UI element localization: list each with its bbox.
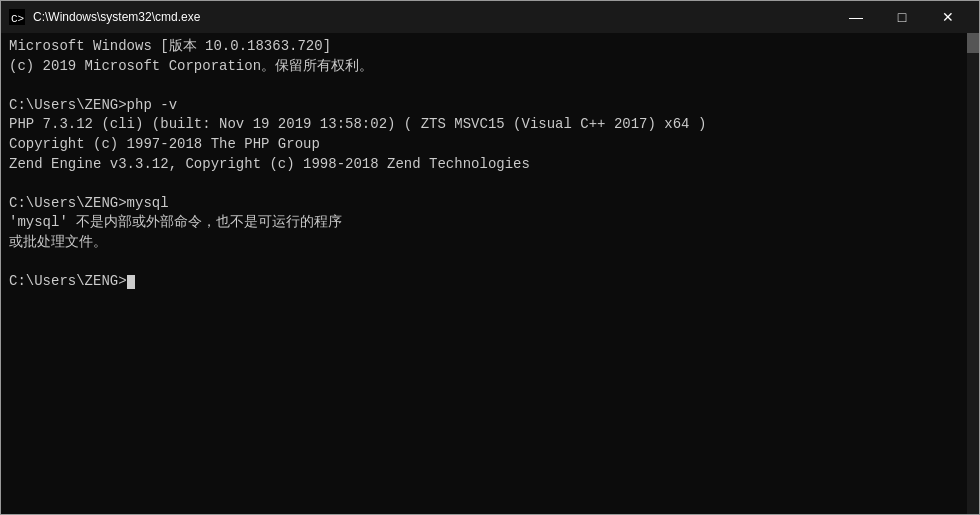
- scrollbar[interactable]: [967, 33, 979, 514]
- svg-text:C>: C>: [11, 13, 24, 25]
- close-button[interactable]: ✕: [925, 1, 971, 33]
- cmd-icon: C>: [9, 9, 25, 25]
- window-title: C:\Windows\system32\cmd.exe: [33, 10, 833, 24]
- maximize-button[interactable]: □: [879, 1, 925, 33]
- minimize-button[interactable]: —: [833, 1, 879, 33]
- scrollbar-thumb[interactable]: [967, 33, 979, 53]
- terminal-body[interactable]: Microsoft Windows [版本 10.0.18363.720] (c…: [1, 33, 979, 514]
- window-controls: — □ ✕: [833, 1, 971, 33]
- cursor: [127, 275, 135, 289]
- terminal-output: Microsoft Windows [版本 10.0.18363.720] (c…: [9, 37, 971, 292]
- cmd-window: C> C:\Windows\system32\cmd.exe — □ ✕ Mic…: [0, 0, 980, 515]
- title-bar: C> C:\Windows\system32\cmd.exe — □ ✕: [1, 1, 979, 33]
